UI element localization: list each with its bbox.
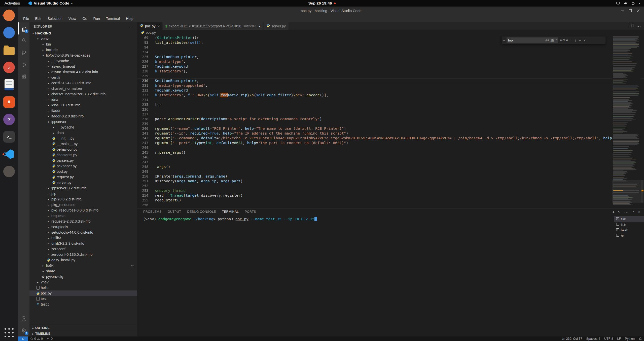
line-number[interactable]: 228 — [137, 69, 155, 74]
tree-item-data[interactable]: ▸data — [29, 130, 137, 136]
tree-item-pc2paper-py[interactable]: pc2paper.py — [29, 163, 137, 169]
menu-file[interactable]: File — [20, 16, 32, 22]
line-number[interactable]: 247 — [137, 160, 155, 164]
panel-tab-ports[interactable]: PORTS — [245, 208, 256, 215]
problems-status[interactable]: 0 0 — [28, 336, 45, 341]
terminal-tab-fish-0[interactable]: fish — [614, 216, 644, 222]
tree-item-urllib3-2-2-3-dist-info[interactable]: ▸urllib3-2.2.3.dist-info — [29, 241, 137, 246]
tree-item-idna[interactable]: ▸idna — [29, 97, 137, 102]
help-icon[interactable]: ? — [2, 113, 16, 126]
line-number[interactable]: 238 — [137, 117, 155, 121]
line-number[interactable]: 239 — [137, 121, 155, 126]
minimap[interactable] — [612, 35, 641, 208]
line-number[interactable]: 246 — [137, 155, 155, 160]
regex-icon[interactable]: .* — [555, 38, 558, 42]
activities-button[interactable]: Activities — [4, 1, 21, 6]
line-number[interactable]: 245 — [137, 150, 155, 155]
tree-item-pip[interactable]: ▸pip — [29, 191, 137, 196]
line-number[interactable]: 69 — [137, 35, 155, 40]
language-mode[interactable]: Python — [623, 336, 637, 341]
panel-more-actions-icon[interactable]: ··· — [624, 210, 629, 214]
tree-item-certifi[interactable]: ▸certifi — [29, 75, 137, 80]
panel-tab-debug-console[interactable]: DEBUG CONSOLE — [187, 208, 216, 215]
title-bar[interactable]: poc.py - hacking - Visual Studio Code — [18, 7, 644, 15]
accounts-button[interactable] — [18, 312, 29, 324]
tree-item-constants-py[interactable]: constants.py — [29, 152, 137, 158]
breadcrumb[interactable]: poc.py — [137, 30, 644, 35]
line-number[interactable]: 230 — [137, 78, 155, 83]
line-number[interactable]: 229 — [137, 74, 155, 78]
libreoffice-writer-icon[interactable] — [2, 78, 16, 92]
tree-item-ifaddr-0-2-0-dist-info[interactable]: ▸ifaddr-0.2.0.dist-info — [29, 113, 137, 119]
tree-item-include[interactable]: ▸include — [29, 47, 137, 53]
close-tab-icon[interactable]: × — [157, 24, 160, 28]
tree-item-lib-python3-8-site-packages[interactable]: ▾lib/python3.8/site-packages — [29, 53, 137, 58]
tree-item-pyvenv-cfg[interactable]: ⚙pyvenv.cfg — [29, 274, 137, 279]
line-number[interactable]: 251 — [137, 179, 155, 184]
menu-selection[interactable]: Selection — [44, 16, 65, 22]
line-number[interactable]: 231 — [137, 83, 155, 88]
tree-item-easy-install-py[interactable]: easy_install.py — [29, 257, 137, 263]
find-previous-icon[interactable]: ↑ — [569, 38, 572, 42]
tree-item-lib64[interactable]: ▸lib64↪ — [29, 263, 137, 268]
firefox-icon[interactable] — [2, 9, 16, 22]
explorer-activity-button[interactable]: 1 — [18, 22, 29, 34]
find-close-icon[interactable]: × — [583, 38, 586, 42]
line-number[interactable]: 256 — [137, 203, 155, 207]
extensions-activity-button[interactable] — [18, 71, 29, 83]
tree-item-test[interactable]: test — [29, 296, 137, 302]
editor-tab-server-py[interactable]: server.py — [264, 22, 289, 30]
line-number[interactable]: 242 — [137, 136, 155, 141]
menu-view[interactable]: View — [65, 16, 79, 22]
close-window-button[interactable] — [634, 7, 642, 15]
line-number[interactable]: 235 — [137, 102, 155, 107]
menu-go[interactable]: Go — [79, 16, 90, 22]
menu-run[interactable]: Run — [90, 16, 103, 22]
line-number[interactable]: 249 — [137, 169, 155, 174]
tree-item-ippserver[interactable]: ▾ippserver — [29, 119, 137, 124]
terminal-tab-nc-3[interactable]: nc — [614, 233, 644, 238]
indentation[interactable]: Spaces: 4 — [584, 336, 602, 341]
tree-item-async-timeout-4-0-3-dist-info[interactable]: ▸async_timeout-4.0.3.dist-info — [29, 69, 137, 75]
tree-item-pkg-resources[interactable]: ▸pkg_resources — [29, 202, 137, 207]
tree-item-ippserver-0-2-dist-info[interactable]: ▸ippserver-0.2.dist-info — [29, 185, 137, 191]
editor-scrollbar[interactable] — [641, 35, 644, 208]
find-input[interactable] — [507, 38, 545, 42]
menu-terminal[interactable]: Terminal — [103, 16, 123, 22]
tree-item-idna-3-10-dist-info[interactable]: ▸idna-3.10.dist-info — [29, 102, 137, 108]
gimp-icon[interactable] — [2, 165, 16, 178]
tree-item-urllib3[interactable]: ▸urllib3 — [29, 235, 137, 241]
notifications-bell[interactable] — [637, 336, 644, 341]
line-number[interactable]: 240 — [137, 126, 155, 131]
tree-item-certifi-2024-8-30-dist-info[interactable]: ▸certifi-2024.8.30.dist-info — [29, 80, 137, 86]
line-number[interactable]: 241 — [137, 131, 155, 136]
line-number[interactable]: 234 — [137, 98, 155, 102]
minimize-button[interactable] — [618, 7, 626, 15]
tree-item-behaviour-py[interactable]: behaviour.py — [29, 147, 137, 152]
tree-item-requests-2-32-3-dist-info[interactable]: ▸requests-2.32.3.dist-info — [29, 219, 137, 224]
modified-dot-icon[interactable]: ● — [259, 24, 261, 28]
tree-item-pip-20-0-2-dist-info[interactable]: ▸pip-20.0.2.dist-info — [29, 196, 137, 202]
rhythmbox-icon[interactable]: ♪ — [2, 61, 16, 74]
thunderbird-icon[interactable] — [2, 26, 16, 39]
line-number[interactable]: 236 — [137, 107, 155, 112]
maximize-button[interactable] — [626, 7, 634, 15]
menu-help[interactable]: Help — [123, 16, 136, 22]
tree-item-zeroconf-0-135-0-dist-info[interactable]: ▸zeroconf-0.135.0.dist-info — [29, 252, 137, 257]
line-number[interactable]: 227 — [137, 64, 155, 69]
system-tray[interactable]: ▾ — [616, 1, 644, 5]
editor-more-actions-icon[interactable]: ··· — [636, 24, 641, 28]
panel-tab-output[interactable]: OUTPUT — [168, 208, 181, 215]
terminal-profile-chevron-icon[interactable] — [618, 210, 621, 214]
show-applications-button[interactable] — [4, 327, 14, 338]
line-number[interactable]: 254 — [137, 193, 155, 198]
explorer-section-hacking[interactable]: ▾ HACKING — [29, 30, 137, 36]
cursor-position[interactable]: Ln 230, Col 37 — [560, 336, 584, 341]
vscode-icon[interactable] — [2, 147, 16, 161]
line-number[interactable]: 232 — [137, 88, 155, 93]
tree-item-setuptools-44-0-0-dist-info[interactable]: ▸setuptools-44.0.0.dist-info — [29, 230, 137, 235]
clock[interactable]: Sep 26 19:46 — [308, 1, 336, 6]
toggle-replace-icon[interactable]: ▸ — [504, 39, 505, 42]
tree-item-main-py[interactable]: __main__.py — [29, 141, 137, 147]
tree-item-charset-normalizer[interactable]: ▸charset_normalizer — [29, 86, 137, 91]
